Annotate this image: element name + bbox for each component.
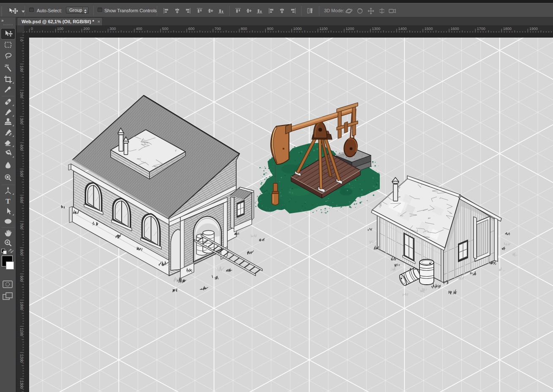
svg-text:1000: 1000 (19, 302, 24, 310)
svg-text:1300: 1300 (19, 380, 24, 389)
svg-text:100: 100 (19, 65, 24, 72)
svg-text:500: 500 (162, 26, 168, 30)
svg-text:300: 300 (109, 26, 116, 30)
svg-text:300: 300 (19, 118, 24, 124)
svg-text:600: 600 (188, 26, 194, 30)
svg-text:500: 500 (19, 170, 24, 177)
svg-text:1500: 1500 (424, 26, 433, 30)
svg-text:800: 800 (240, 26, 247, 30)
svg-text:1700: 1700 (477, 26, 485, 30)
svg-text:400: 400 (19, 144, 24, 150)
svg-text:1100: 1100 (319, 26, 327, 30)
svg-text:1900: 1900 (529, 26, 537, 30)
svg-text:1400: 1400 (398, 26, 406, 30)
svg-text:800: 800 (19, 249, 24, 255)
svg-text:1000: 1000 (293, 26, 302, 30)
svg-text:900: 900 (19, 275, 24, 281)
svg-text:400: 400 (136, 26, 142, 30)
svg-text:900: 900 (267, 26, 273, 30)
svg-text:1200: 1200 (19, 354, 24, 362)
svg-text:1600: 1600 (450, 26, 459, 30)
svg-text:T: T (5, 197, 11, 205)
svg-text:1800: 1800 (503, 26, 511, 30)
svg-text:100: 100 (57, 26, 63, 30)
svg-text:200: 200 (19, 92, 24, 98)
svg-text:700: 700 (214, 26, 221, 30)
svg-text:200: 200 (83, 26, 90, 30)
svg-text:0: 0 (31, 26, 33, 30)
svg-text:1200: 1200 (346, 26, 354, 30)
svg-text:1100: 1100 (19, 328, 24, 336)
svg-text:0: 0 (19, 39, 24, 41)
svg-text:1300: 1300 (372, 26, 380, 30)
svg-text:600: 600 (19, 196, 24, 203)
svg-text:700: 700 (19, 223, 24, 229)
